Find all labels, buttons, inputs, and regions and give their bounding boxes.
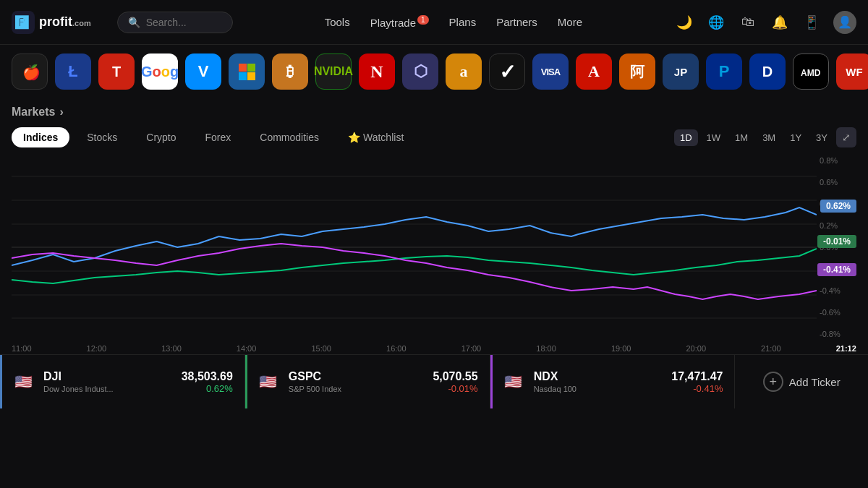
tab-watchlist[interactable]: ⭐ ⭐ Watchlist Watchlist: [336, 127, 415, 147]
flag-ndx: 🇺🇸: [502, 370, 525, 393]
x-label-2100: 21:00: [761, 344, 781, 353]
time-1d[interactable]: 1D: [674, 129, 698, 146]
time-3y[interactable]: 3Y: [810, 129, 833, 146]
nav-plans[interactable]: Plans: [449, 16, 477, 28]
avatar[interactable]: 👤: [833, 11, 856, 34]
svg-text:AMD: AMD: [801, 68, 821, 78]
markets-title: Markets: [12, 106, 55, 119]
time-controls: 1D 1W 1M 3M 1Y 3Y ⤢: [674, 127, 856, 147]
x-label-2000: 20:00: [686, 344, 706, 353]
nav-links: Tools Playtrade1 Plans Partners More: [325, 16, 582, 29]
add-ticker-label: Add Ticker: [789, 376, 841, 388]
watchlist-star-icon: ⭐: [348, 132, 360, 143]
tab-commodities[interactable]: Commodities: [248, 127, 331, 147]
ticker-card-ndx[interactable]: 🇺🇸 NDX Nasdaq 100 17,471.47 -0.41%: [490, 355, 736, 408]
tabs-left: Indices Stocks Crypto Forex Commodities …: [12, 127, 415, 147]
nav-partners[interactable]: Partners: [496, 16, 537, 28]
time-3m[interactable]: 3M: [757, 129, 781, 146]
ticker-jpm[interactable]: JP: [663, 53, 699, 90]
time-1w[interactable]: 1W: [701, 129, 727, 146]
add-ticker-icon: +: [763, 372, 783, 392]
chart-line-dji: [12, 207, 817, 265]
playtrade-badge: 1: [417, 15, 429, 25]
svg-rect-6: [247, 72, 255, 80]
chart-line-gspc: [12, 249, 817, 283]
chart-svg: [12, 153, 817, 341]
ticker-goog[interactable]: Goog: [142, 53, 178, 90]
search-input[interactable]: [146, 17, 222, 28]
phone-icon[interactable]: 📱: [801, 12, 822, 33]
ticker-pypl[interactable]: P: [706, 53, 742, 90]
bottom-tickers: 🇺🇸 DJI Dow Jones Indust... 38,503.69 0.6…: [0, 354, 868, 408]
ticker-amzn[interactable]: a: [446, 53, 482, 90]
x-label-1600: 16:00: [386, 344, 407, 353]
search-icon: 🔍: [128, 17, 140, 28]
ticker-dis[interactable]: D: [749, 53, 786, 90]
dji-name: Dow Jones Indust...: [43, 385, 173, 393]
ticker-v[interactable]: V: [185, 53, 221, 90]
ticker-card-dji[interactable]: 🇺🇸 DJI Dow Jones Indust... 38,503.69 0.6…: [0, 355, 245, 408]
gspc-symbol: GSPC: [289, 370, 425, 383]
dji-value: 38,503.69: [182, 370, 233, 383]
nav-tools[interactable]: Tools: [325, 16, 350, 28]
ticker-nvda[interactable]: NVIDIA: [315, 53, 352, 90]
flag-dji: 🇺🇸: [12, 370, 35, 393]
ticker-eth[interactable]: ⬡: [402, 53, 438, 90]
dark-mode-icon[interactable]: 🌙: [674, 12, 694, 33]
tabs-row: Indices Stocks Crypto Forex Commodities …: [12, 127, 856, 147]
ticker-nflx[interactable]: N: [359, 53, 395, 90]
x-label-1400: 14:00: [237, 344, 257, 353]
tab-indices[interactable]: Indices: [12, 127, 69, 147]
ticker-btc[interactable]: ₿: [272, 53, 308, 90]
x-label-1700: 17:00: [461, 344, 482, 353]
svg-rect-4: [247, 64, 255, 72]
ticker-wf[interactable]: WF: [836, 53, 868, 90]
expand-chart-button[interactable]: ⤢: [836, 127, 856, 147]
dji-price: 38,503.69 0.62%: [182, 370, 233, 394]
tab-crypto[interactable]: Crypto: [135, 127, 187, 147]
ticker-strip: 🍎 Ł T Goog V ₿ NVIDIA N ⬡: [0, 45, 868, 98]
header: 🅿 profit.com 🔍 Tools Playtrade1 Plans Pa…: [0, 0, 868, 45]
ticker-visa[interactable]: VISA: [532, 53, 569, 90]
svg-text:🍎: 🍎: [22, 64, 40, 81]
ticker-nke[interactable]: ✓: [489, 53, 525, 90]
search-box[interactable]: 🔍: [117, 12, 233, 33]
ticker-info-dji: DJI Dow Jones Indust...: [43, 370, 173, 393]
gspc-change: -0.01%: [433, 383, 477, 394]
x-label-1900: 19:00: [611, 344, 631, 353]
ndx-symbol: NDX: [534, 370, 663, 383]
time-1y[interactable]: 1Y: [784, 129, 807, 146]
tab-stocks[interactable]: Stocks: [75, 127, 129, 147]
gspc-price: 5,070.55 -0.01%: [433, 370, 477, 394]
flag-gspc: 🇺🇸: [257, 370, 280, 393]
tab-forex[interactable]: Forex: [194, 127, 243, 147]
ticker-ltc[interactable]: Ł: [55, 53, 91, 90]
dji-change: 0.62%: [182, 383, 233, 394]
time-1m[interactable]: 1M: [729, 129, 754, 146]
badge-gspc: -0.01%: [817, 235, 856, 248]
badge-ndx: -0.41%: [817, 263, 856, 276]
logo[interactable]: 🅿 profit.com: [12, 11, 91, 34]
shop-icon[interactable]: 🛍: [738, 12, 758, 33]
ticker-msft[interactable]: [229, 53, 265, 90]
svg-rect-3: [239, 64, 247, 72]
gspc-name: S&P 500 Index: [289, 385, 425, 393]
badge-dji: 0.62%: [820, 200, 856, 213]
x-label-2112: 21:12: [836, 344, 856, 353]
bell-icon[interactable]: 🔔: [770, 12, 790, 33]
x-label-1800: 18:00: [536, 344, 556, 353]
ticker-tsla[interactable]: T: [98, 53, 135, 90]
nav-more[interactable]: More: [558, 16, 582, 28]
markets-header[interactable]: Markets ›: [12, 106, 856, 119]
x-axis-labels: 11:00 12:00 13:00 14:00 15:00 16:00 17:0…: [12, 341, 856, 353]
ticker-adbe[interactable]: A: [576, 53, 612, 90]
ticker-baba[interactable]: 阿: [619, 53, 655, 90]
logo-com: .com: [72, 19, 91, 27]
ticker-amd[interactable]: AMD: [793, 53, 829, 90]
nav-playtrade[interactable]: Playtrade1: [370, 16, 429, 29]
svg-rect-5: [239, 72, 247, 80]
add-ticker-card[interactable]: + Add Ticker: [735, 355, 868, 408]
ticker-aapl[interactable]: 🍎: [12, 53, 48, 90]
ticker-card-gspc[interactable]: 🇺🇸 GSPC S&P 500 Index 5,070.55 -0.01%: [245, 355, 490, 408]
globe-icon[interactable]: 🌐: [706, 12, 726, 33]
